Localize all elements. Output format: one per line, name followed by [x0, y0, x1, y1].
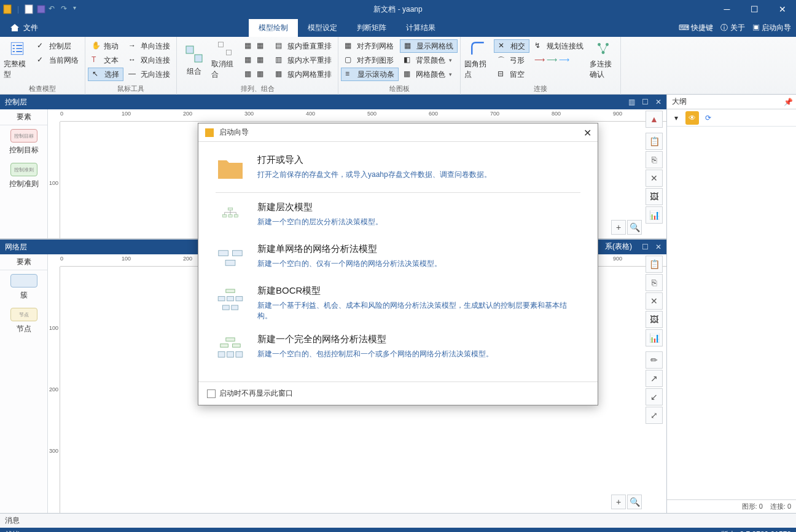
tool-paste-icon[interactable]: 📋: [646, 133, 663, 150]
align-icons-2[interactable]: ▦▦: [241, 53, 270, 67]
ungroup-icon: [215, 41, 235, 57]
outline-eye-icon[interactable]: 👁: [685, 111, 699, 125]
two-way-connect[interactable]: ↔双向连接: [125, 53, 174, 67]
multi-connect-confirm[interactable]: 多连接确认: [588, 39, 618, 81]
undo-icon[interactable]: ↶: [49, 4, 58, 14]
ribbon-group-canvas: ▦对齐到网格 ▢对齐到图形 ≡显示滚动条 ▦显示网格线 ◧背景颜色▾ ▦网格颜色…: [338, 37, 461, 95]
scroll-icon: ≡: [345, 69, 355, 79]
show-gridlines[interactable]: ▦显示网格线: [400, 39, 458, 53]
tool-image-icon[interactable]: 🖼: [646, 188, 663, 205]
wizard-new-full-network[interactable]: 新建一个完全的网络分析法模型新建一个空白的、包括控制层和一个或多个网络的网络分析…: [211, 327, 585, 369]
tool-delete-icon[interactable]: ✕: [646, 170, 663, 187]
tab-model-draw[interactable]: 模型绘制: [249, 19, 298, 37]
cluster-vertical-sort[interactable]: ▤簇内垂直重排: [271, 39, 335, 53]
align-icon: ▦: [244, 55, 254, 65]
maximize-button[interactable]: ☐: [741, 0, 768, 18]
about-link[interactable]: ⓘ 关于: [720, 23, 744, 33]
app-icon-open[interactable]: [24, 4, 34, 14]
outline-menu-icon[interactable]: ▾: [669, 111, 683, 125]
zoom-search-icon[interactable]: 🔍: [627, 495, 642, 509]
background-color[interactable]: ◧背景颜色▾: [400, 53, 458, 67]
folder-icon: [216, 154, 245, 184]
outline-refresh-icon[interactable]: ⟳: [701, 111, 715, 125]
close-button[interactable]: ✕: [768, 0, 796, 18]
check-icon: ✓: [37, 41, 47, 51]
drag-tool[interactable]: ✋拖动: [88, 39, 123, 53]
dont-show-checkbox[interactable]: [207, 389, 216, 398]
minimize-button[interactable]: ─: [713, 0, 741, 18]
round-corner-button[interactable]: 圆角拐点: [463, 39, 493, 81]
corner-icon: [468, 41, 488, 57]
shortcuts-link[interactable]: ⌨ 快捷键: [679, 23, 713, 33]
file-menu[interactable]: 文件: [0, 18, 48, 37]
svg-rect-22: [236, 297, 243, 301]
text-tool[interactable]: T文本: [88, 53, 123, 67]
element-cluster[interactable]: 簇: [0, 270, 47, 304]
control-layer-check[interactable]: ✓控制层: [33, 39, 82, 53]
dialog-close-button[interactable]: ✕: [583, 127, 591, 139]
pane-close-icon[interactable]: ✕: [653, 96, 664, 108]
tool-paste-icon[interactable]: 📋: [646, 256, 663, 273]
tab-judgment-matrix[interactable]: 判断矩阵: [347, 19, 396, 37]
cluster-horizontal-sort[interactable]: ▥簇内水平重排: [271, 53, 335, 67]
grid-color[interactable]: ▦网格颜色▾: [400, 68, 458, 81]
pin-icon[interactable]: 📌: [782, 96, 794, 108]
pane-view-icon[interactable]: ▥: [626, 96, 637, 108]
wizard-new-single-network[interactable]: 新建单网络的网络分析法模型新建一个空白的、仅有一个网络的网络分析法决策模型。: [211, 237, 585, 279]
dropdown-icon[interactable]: ▾: [73, 4, 83, 14]
snap-to-shape[interactable]: ▢对齐到图形: [341, 53, 399, 67]
gap-option[interactable]: ⊟留空: [494, 68, 529, 81]
no-direction-connect[interactable]: —无向连接: [125, 68, 174, 81]
element-node[interactable]: 节点节点: [0, 304, 47, 338]
tool-chart-icon[interactable]: 📊: [646, 329, 663, 346]
svg-rect-7: [226, 50, 231, 55]
cluster-grid-sort[interactable]: ▦簇内网格重排: [271, 68, 335, 81]
tool-chart-icon[interactable]: 📊: [646, 206, 663, 224]
tool-expand-icon[interactable]: ⤢: [646, 407, 663, 424]
tab-model-settings[interactable]: 模型设定: [298, 19, 347, 37]
tool-delete-icon[interactable]: ✕: [646, 292, 663, 310]
tool-arrow2-icon[interactable]: ↙: [646, 388, 663, 405]
snap-to-grid[interactable]: ▦对齐到网格: [341, 39, 399, 53]
show-scrollbar[interactable]: ≡显示滚动条: [341, 68, 399, 81]
group-button[interactable]: 组合: [179, 39, 209, 81]
tool-copy-icon[interactable]: ⎘: [646, 274, 663, 291]
intersect-option[interactable]: ✕相交: [494, 39, 529, 53]
one-way-connect[interactable]: →单向连接: [125, 39, 174, 53]
tool-copy-icon[interactable]: ⎘: [646, 151, 663, 168]
app-icon-save[interactable]: [36, 4, 46, 14]
zoom-plus-icon[interactable]: +: [611, 495, 626, 509]
tool-pencil-icon[interactable]: ✏: [646, 351, 663, 369]
svg-rect-17: [233, 251, 243, 256]
tab-results[interactable]: 计算结果: [396, 19, 445, 37]
app-icon-new[interactable]: [2, 4, 12, 14]
pane-maximize-icon[interactable]: ☐: [639, 241, 650, 252]
conn-icons-row[interactable]: ⟶⟶⟶: [531, 53, 587, 67]
wizard-new-hierarchy[interactable]: 新建层次模型新建一个空白的层次分析法决策模型。: [211, 195, 585, 237]
dont-show-label[interactable]: 启动时不再显示此窗口: [219, 388, 293, 399]
wizard-new-bocr[interactable]: 新建BOCR模型新建一个基于利益、机会、成本和风险的网络分析法决策模型，生成默认…: [211, 279, 585, 327]
ungroup-button[interactable]: 取消组合: [210, 39, 240, 81]
select-tool[interactable]: ↖选择: [88, 68, 123, 81]
zoom-search-icon[interactable]: 🔍: [627, 220, 642, 235]
multi-connect-icon: [593, 41, 613, 57]
wizard-open-import[interactable]: 打开或导入打开之前保存的存盘文件，或导入yaahp存盘文件数据、调查问卷数据。: [211, 148, 585, 190]
file-label: 文件: [23, 23, 38, 33]
redo-icon[interactable]: ↷: [61, 4, 71, 14]
tool-select-icon[interactable]: ▲: [646, 111, 663, 128]
pane-close-icon[interactable]: ✕: [653, 241, 664, 252]
tool-image-icon[interactable]: 🖼: [646, 311, 663, 328]
tool-arrow1-icon[interactable]: ↗: [646, 370, 663, 387]
pointer-icon: ↖: [92, 69, 102, 79]
complete-model-button[interactable]: 完整模型: [2, 39, 32, 81]
element-control-criterion[interactable]: 控制准则控制准则: [0, 159, 47, 193]
arc-option[interactable]: ⌒弓形: [494, 53, 529, 67]
pane-maximize-icon[interactable]: ☐: [639, 96, 650, 108]
plan-connection[interactable]: ↯规划连接线: [531, 39, 587, 53]
zoom-plus-icon[interactable]: +: [611, 220, 626, 235]
align-icons-1[interactable]: ▦▦: [241, 39, 270, 53]
align-icons-3[interactable]: ▦▦: [241, 68, 270, 81]
wizard-link[interactable]: ▣ 启动向导: [752, 23, 791, 33]
current-network-check[interactable]: ✓当前网络: [33, 53, 82, 67]
element-control-goal[interactable]: 控制目标控制目标: [0, 125, 47, 159]
